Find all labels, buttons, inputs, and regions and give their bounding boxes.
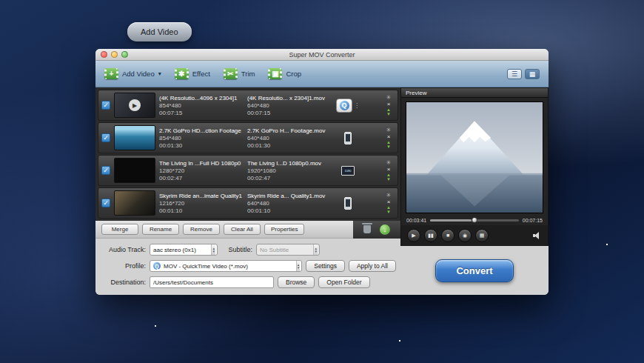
- output-name: 2.7K GoPro H... Footage.mov: [247, 127, 332, 135]
- device-slot[interactable]: Q ⋮: [335, 99, 360, 113]
- remove-file-icon[interactable]: ×: [387, 101, 391, 107]
- zoom-window-button[interactable]: [121, 51, 128, 58]
- gear-icon[interactable]: ✳: [386, 159, 392, 166]
- snapshot-camera-icon[interactable]: ◉: [458, 229, 472, 242]
- remove-file-icon[interactable]: ×: [387, 166, 391, 173]
- device-slot[interactable]: 1080: [335, 166, 360, 176]
- source-info: The Living In ...Full HD 1080p0 1280*720…: [159, 159, 244, 182]
- desktop-background: Add Video Super MOV Converter + Add Vide…: [0, 0, 644, 363]
- reorder-arrows-icon[interactable]: ▲▼: [386, 205, 391, 214]
- reorder-arrows-icon[interactable]: ▲▼: [386, 173, 391, 182]
- file-checkbox[interactable]: ✓: [101, 199, 110, 207]
- file-checkbox[interactable]: ✓: [101, 133, 110, 142]
- settings-button[interactable]: Settings: [306, 260, 345, 272]
- audio-track-select[interactable]: aac stereo (0x1) ▴▾: [150, 244, 218, 256]
- volume-icon[interactable]: [533, 232, 542, 239]
- open-media-folder-icon[interactable]: ▦: [475, 229, 489, 242]
- file-checkbox[interactable]: ✓: [101, 166, 110, 175]
- file-list[interactable]: ✓ ▶ (4K Resolutio...4096 x 2304]1 854*48…: [95, 87, 400, 221]
- iphone-icon[interactable]: [344, 132, 352, 144]
- effect-icon: ✱: [175, 68, 189, 79]
- stepper-icon: ▴▾: [296, 261, 301, 271]
- gear-icon[interactable]: ✳: [386, 94, 392, 101]
- source-info: (4K Resolutio...4096 x 2304]1 854*480 00…: [159, 94, 244, 117]
- convert-button[interactable]: Convert: [435, 259, 514, 282]
- quicktime-icon[interactable]: Q: [336, 99, 352, 113]
- reorder-arrows-icon[interactable]: ▲▼: [386, 107, 391, 116]
- remove-button[interactable]: Remove: [183, 224, 220, 235]
- output-resolution: 640*480: [247, 102, 332, 110]
- title-bar[interactable]: Super MOV Converter: [95, 49, 549, 61]
- device-slot[interactable]: [335, 197, 360, 210]
- seek-slider[interactable]: [430, 219, 519, 222]
- destination-label: Destination:: [98, 279, 146, 286]
- trim-label: Trim: [241, 70, 255, 78]
- close-window-button[interactable]: [101, 51, 107, 58]
- source-name: The Living In ...Full HD 1080p0: [159, 159, 244, 167]
- open-folder-button[interactable]: Open Folder: [318, 276, 369, 288]
- video-thumbnail: ▶: [114, 93, 155, 118]
- device-slot[interactable]: [335, 132, 360, 144]
- play-overlay-icon: ▶: [129, 99, 141, 111]
- add-video-button[interactable]: + Add Video ▾: [104, 68, 161, 79]
- profile-select[interactable]: Q MOV - QuickTime Video (*.mov) ▴▾: [150, 260, 302, 272]
- app-window: Super MOV Converter + Add Video ▾ ✱ Effe…: [95, 49, 549, 295]
- hd-display-icon[interactable]: 1080: [341, 166, 355, 176]
- crop-button[interactable]: ▣ Crop: [268, 68, 301, 79]
- list-view-button[interactable]: ☰: [507, 69, 522, 79]
- download-arrow-icon[interactable]: ↓: [380, 224, 390, 235]
- subtitle-label: Subtitle:: [221, 246, 252, 253]
- list-actions-bar: Merge Rename Remove Clear All Properties…: [95, 221, 400, 239]
- pause-button[interactable]: ▮▮: [424, 229, 437, 242]
- merge-button[interactable]: Merge: [101, 224, 138, 235]
- browse-button[interactable]: Browse: [278, 276, 315, 288]
- seek-knob[interactable]: [472, 217, 477, 223]
- source-name: 2.7K GoPro HD...ction Footage: [159, 127, 244, 135]
- video-preview[interactable]: [406, 101, 543, 213]
- quicktime-q-glyph: Q: [340, 101, 349, 110]
- video-thumbnail: [114, 125, 155, 150]
- trash-icon[interactable]: [363, 225, 371, 233]
- output-duration: 00:01:30: [247, 142, 332, 150]
- iphone-icon[interactable]: [344, 197, 352, 210]
- file-row[interactable]: ✓ 2.7K GoPro HD...ction Footage 854*480 …: [98, 122, 398, 153]
- rename-button[interactable]: Rename: [142, 224, 179, 235]
- trim-button[interactable]: ✂ Trim: [224, 68, 255, 79]
- add-video-icon: +: [104, 68, 118, 79]
- total-time: 00:07:15: [523, 218, 543, 223]
- source-resolution: 1280*720: [159, 167, 244, 175]
- play-button[interactable]: ▶: [407, 229, 420, 242]
- output-resolution: 1920*1080: [247, 167, 332, 175]
- seek-progress: [430, 219, 472, 222]
- trim-icon: ✂: [224, 68, 238, 79]
- remove-file-icon[interactable]: ×: [387, 199, 391, 205]
- source-duration: 00:01:10: [159, 207, 244, 215]
- current-time: 00:03:41: [406, 218, 426, 223]
- audio-subtitle-row: Audio Track: aac stereo (0x1) ▴▾ Subtitl…: [98, 244, 396, 256]
- file-row[interactable]: ✓ The Living In ...Full HD 1080p0 1280*7…: [98, 155, 398, 186]
- minimize-window-button[interactable]: [111, 51, 118, 58]
- add-video-label: Add Video: [122, 70, 155, 78]
- convert-area: Convert: [400, 246, 549, 295]
- reorder-arrows-icon[interactable]: ▲▼: [386, 140, 391, 149]
- apply-to-all-button[interactable]: Apply to All: [349, 260, 396, 272]
- time-bar: 00:03:41 00:07:15: [401, 216, 548, 225]
- source-info: 2.7K GoPro HD...ction Footage 854*480 00…: [159, 127, 244, 150]
- gear-icon[interactable]: ✳: [386, 127, 392, 133]
- file-row[interactable]: ✓ ▶ (4K Resolutio...4096 x 2304]1 854*48…: [98, 90, 398, 121]
- destination-input[interactable]: [150, 276, 274, 288]
- grid-view-button[interactable]: ▦: [525, 69, 540, 79]
- more-options-icon[interactable]: ⋮: [354, 102, 360, 109]
- clear-all-button[interactable]: Clear All: [224, 224, 261, 235]
- video-thumbnail: [114, 158, 155, 183]
- properties-button[interactable]: Properties: [264, 224, 304, 235]
- file-row[interactable]: ✓ Skyrim Ride an...imate Quality1 1216*7…: [98, 187, 398, 219]
- file-checkbox[interactable]: ✓: [101, 101, 110, 110]
- subtitle-select[interactable]: No Subtitle ▴▾: [256, 244, 320, 256]
- video-thumbnail: [114, 190, 155, 216]
- gear-icon[interactable]: ✳: [386, 192, 392, 199]
- window-controls: [101, 51, 128, 58]
- remove-file-icon[interactable]: ×: [387, 133, 391, 140]
- effect-button[interactable]: ✱ Effect: [175, 68, 210, 79]
- stop-button[interactable]: ■: [441, 229, 455, 242]
